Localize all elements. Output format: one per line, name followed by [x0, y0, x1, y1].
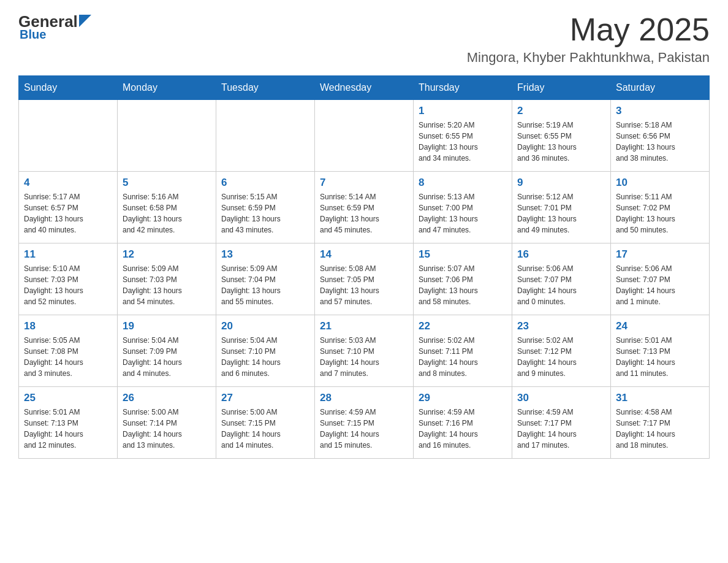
logo: General Blue — [18, 12, 91, 42]
calendar-cell: 16Sunrise: 5:06 AMSunset: 7:07 PMDayligh… — [512, 243, 611, 315]
day-number: 10 — [616, 177, 704, 189]
month-title: May 2025 — [467, 12, 710, 47]
calendar-cell: 27Sunrise: 5:00 AMSunset: 7:15 PMDayligh… — [216, 387, 315, 459]
calendar-week-3: 11Sunrise: 5:10 AMSunset: 7:03 PMDayligh… — [19, 243, 710, 315]
calendar-cell: 5Sunrise: 5:16 AMSunset: 6:58 PMDaylight… — [118, 172, 216, 243]
day-number: 9 — [517, 177, 605, 189]
day-number: 11 — [24, 248, 112, 261]
calendar-header-tuesday: Tuesday — [216, 76, 315, 100]
calendar-cell: 3Sunrise: 5:18 AMSunset: 6:56 PMDaylight… — [611, 100, 710, 172]
calendar-cell: 8Sunrise: 5:13 AMSunset: 7:00 PMDaylight… — [414, 172, 512, 243]
day-number: 27 — [221, 392, 309, 404]
day-number: 21 — [320, 320, 408, 332]
calendar-week-2: 4Sunrise: 5:17 AMSunset: 6:57 PMDaylight… — [19, 172, 710, 243]
calendar-cell: 7Sunrise: 5:14 AMSunset: 6:59 PMDaylight… — [315, 172, 414, 243]
calendar-cell: 1Sunrise: 5:20 AMSunset: 6:55 PMDaylight… — [414, 100, 512, 172]
day-info: Sunrise: 5:02 AMSunset: 7:11 PMDaylight:… — [419, 335, 507, 379]
calendar-cell: 13Sunrise: 5:09 AMSunset: 7:04 PMDayligh… — [216, 243, 315, 315]
calendar-cell: 25Sunrise: 5:01 AMSunset: 7:13 PMDayligh… — [19, 387, 118, 459]
day-number: 14 — [320, 248, 408, 261]
day-info: Sunrise: 5:18 AMSunset: 6:56 PMDaylight:… — [616, 120, 704, 164]
calendar-table: SundayMondayTuesdayWednesdayThursdayFrid… — [18, 75, 710, 459]
day-number: 23 — [517, 320, 605, 332]
day-info: Sunrise: 5:02 AMSunset: 7:12 PMDaylight:… — [517, 335, 605, 379]
day-number: 17 — [616, 248, 704, 261]
day-info: Sunrise: 5:05 AMSunset: 7:08 PMDaylight:… — [24, 335, 112, 379]
calendar-cell: 18Sunrise: 5:05 AMSunset: 7:08 PMDayligh… — [19, 315, 118, 387]
calendar-header-wednesday: Wednesday — [315, 76, 414, 100]
day-info: Sunrise: 5:14 AMSunset: 6:59 PMDaylight:… — [320, 191, 408, 236]
calendar-cell: 23Sunrise: 5:02 AMSunset: 7:12 PMDayligh… — [512, 315, 611, 387]
calendar-cell: 10Sunrise: 5:11 AMSunset: 7:02 PMDayligh… — [611, 172, 710, 243]
day-number: 26 — [123, 392, 211, 404]
day-info: Sunrise: 4:59 AMSunset: 7:17 PMDaylight:… — [517, 407, 605, 451]
calendar-cell: 22Sunrise: 5:02 AMSunset: 7:11 PMDayligh… — [414, 315, 512, 387]
title-area: May 2025 Mingora, Khyber Pakhtunkhwa, Pa… — [467, 12, 710, 66]
day-number: 6 — [221, 177, 309, 189]
day-number: 7 — [320, 177, 408, 189]
location-title: Mingora, Khyber Pakhtunkhwa, Pakistan — [467, 50, 710, 66]
calendar-header-saturday: Saturday — [611, 76, 710, 100]
day-number: 4 — [24, 177, 112, 189]
day-info: Sunrise: 4:58 AMSunset: 7:17 PMDaylight:… — [616, 407, 704, 451]
day-number: 29 — [419, 392, 507, 404]
calendar-cell: 14Sunrise: 5:08 AMSunset: 7:05 PMDayligh… — [315, 243, 414, 315]
day-number: 20 — [221, 320, 309, 332]
day-number: 12 — [123, 248, 211, 261]
day-number: 16 — [517, 248, 605, 261]
day-number: 3 — [616, 105, 704, 117]
day-number: 2 — [517, 105, 605, 117]
day-info: Sunrise: 5:12 AMSunset: 7:01 PMDaylight:… — [517, 191, 605, 236]
day-info: Sunrise: 5:09 AMSunset: 7:04 PMDaylight:… — [221, 263, 309, 307]
calendar-cell: 12Sunrise: 5:09 AMSunset: 7:03 PMDayligh… — [118, 243, 216, 315]
calendar-cell — [118, 100, 216, 172]
day-info: Sunrise: 5:17 AMSunset: 6:57 PMDaylight:… — [24, 191, 112, 236]
day-number: 1 — [419, 105, 507, 117]
day-number: 5 — [123, 177, 211, 189]
calendar-cell: 29Sunrise: 4:59 AMSunset: 7:16 PMDayligh… — [414, 387, 512, 459]
calendar-cell: 30Sunrise: 4:59 AMSunset: 7:17 PMDayligh… — [512, 387, 611, 459]
day-info: Sunrise: 5:00 AMSunset: 7:15 PMDaylight:… — [221, 407, 309, 451]
calendar-header-thursday: Thursday — [414, 76, 512, 100]
day-number: 22 — [419, 320, 507, 332]
day-number: 28 — [320, 392, 408, 404]
logo-blue: Blue — [18, 28, 46, 42]
day-info: Sunrise: 5:15 AMSunset: 6:59 PMDaylight:… — [221, 191, 309, 236]
day-number: 25 — [24, 392, 112, 404]
day-number: 13 — [221, 248, 309, 261]
day-info: Sunrise: 5:01 AMSunset: 7:13 PMDaylight:… — [24, 407, 112, 451]
calendar-cell: 15Sunrise: 5:07 AMSunset: 7:06 PMDayligh… — [414, 243, 512, 315]
calendar-week-5: 25Sunrise: 5:01 AMSunset: 7:13 PMDayligh… — [19, 387, 710, 459]
calendar-cell — [19, 100, 118, 172]
day-info: Sunrise: 5:09 AMSunset: 7:03 PMDaylight:… — [123, 263, 211, 307]
day-info: Sunrise: 5:11 AMSunset: 7:02 PMDaylight:… — [616, 191, 704, 236]
day-info: Sunrise: 5:04 AMSunset: 7:10 PMDaylight:… — [221, 335, 309, 379]
calendar-cell: 20Sunrise: 5:04 AMSunset: 7:10 PMDayligh… — [216, 315, 315, 387]
day-number: 18 — [24, 320, 112, 332]
calendar-header-monday: Monday — [118, 76, 216, 100]
day-number: 15 — [419, 248, 507, 261]
calendar-cell: 9Sunrise: 5:12 AMSunset: 7:01 PMDaylight… — [512, 172, 611, 243]
day-info: Sunrise: 5:06 AMSunset: 7:07 PMDaylight:… — [517, 263, 605, 307]
day-info: Sunrise: 5:00 AMSunset: 7:14 PMDaylight:… — [123, 407, 211, 451]
day-info: Sunrise: 5:13 AMSunset: 7:00 PMDaylight:… — [419, 191, 507, 236]
calendar-cell: 26Sunrise: 5:00 AMSunset: 7:14 PMDayligh… — [118, 387, 216, 459]
calendar-cell: 28Sunrise: 4:59 AMSunset: 7:15 PMDayligh… — [315, 387, 414, 459]
day-number: 19 — [123, 320, 211, 332]
calendar-cell: 31Sunrise: 4:58 AMSunset: 7:17 PMDayligh… — [611, 387, 710, 459]
calendar-cell: 21Sunrise: 5:03 AMSunset: 7:10 PMDayligh… — [315, 315, 414, 387]
logo-triangle-icon — [79, 15, 91, 27]
day-info: Sunrise: 5:19 AMSunset: 6:55 PMDaylight:… — [517, 120, 605, 164]
day-info: Sunrise: 5:07 AMSunset: 7:06 PMDaylight:… — [419, 263, 507, 307]
calendar-header-row: SundayMondayTuesdayWednesdayThursdayFrid… — [19, 76, 710, 100]
calendar-week-4: 18Sunrise: 5:05 AMSunset: 7:08 PMDayligh… — [19, 315, 710, 387]
calendar-cell: 4Sunrise: 5:17 AMSunset: 6:57 PMDaylight… — [19, 172, 118, 243]
day-number: 24 — [616, 320, 704, 332]
day-info: Sunrise: 5:01 AMSunset: 7:13 PMDaylight:… — [616, 335, 704, 379]
day-info: Sunrise: 5:06 AMSunset: 7:07 PMDaylight:… — [616, 263, 704, 307]
day-info: Sunrise: 4:59 AMSunset: 7:16 PMDaylight:… — [419, 407, 507, 451]
day-info: Sunrise: 4:59 AMSunset: 7:15 PMDaylight:… — [320, 407, 408, 451]
day-info: Sunrise: 5:03 AMSunset: 7:10 PMDaylight:… — [320, 335, 408, 379]
calendar-cell: 19Sunrise: 5:04 AMSunset: 7:09 PMDayligh… — [118, 315, 216, 387]
day-info: Sunrise: 5:20 AMSunset: 6:55 PMDaylight:… — [419, 120, 507, 164]
